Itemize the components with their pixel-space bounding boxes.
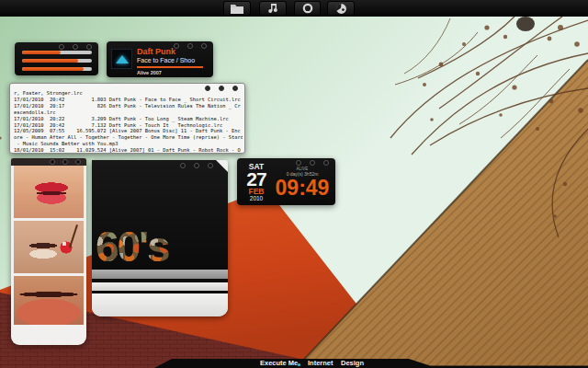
taskbar-shape bbox=[154, 359, 588, 368]
taskbar-item-design[interactable]: Design bbox=[341, 360, 364, 367]
bottom-taskbar bbox=[0, 0, 588, 368]
taskbar-item-internet[interactable]: Internet bbox=[308, 360, 334, 367]
taskbar-item-execute-me[interactable]: Execute Me bbox=[260, 360, 298, 367]
desktop: Daft Punk Face to Face / Shoo Alive 2007… bbox=[0, 0, 588, 368]
taskbar-cursor-dot bbox=[298, 363, 300, 366]
